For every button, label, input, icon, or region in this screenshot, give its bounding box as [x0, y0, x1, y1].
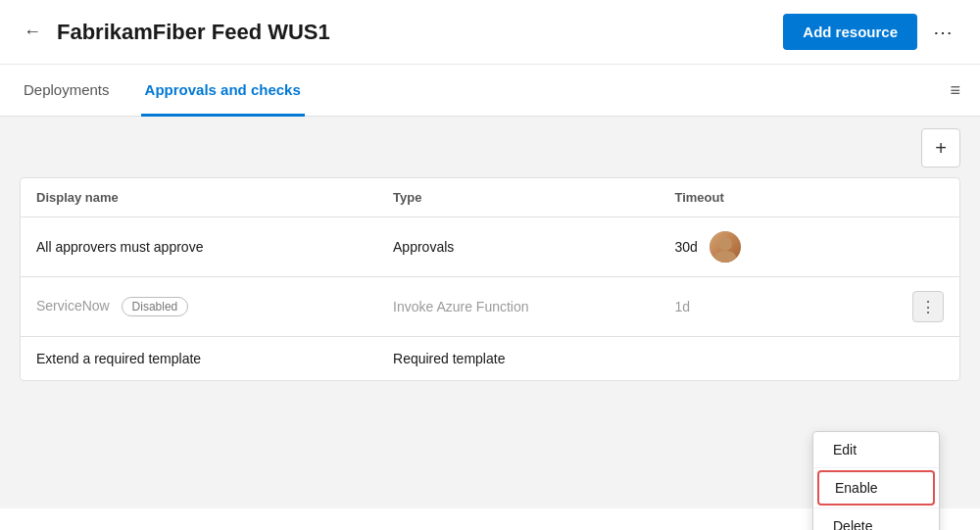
tabs-bar: Deployments Approvals and checks ≡: [0, 65, 980, 117]
disabled-badge: Disabled: [122, 297, 189, 316]
add-check-button[interactable]: +: [921, 128, 960, 168]
table-body: All approvers must approve Approvals 30d: [21, 217, 959, 381]
tab-approvals-and-checks[interactable]: Approvals and checks: [141, 66, 305, 117]
cell-type: Approvals: [377, 217, 659, 277]
filter-icon[interactable]: ≡: [950, 80, 960, 101]
tab-deployments[interactable]: Deployments: [20, 66, 114, 117]
menu-item-enable[interactable]: Enable: [817, 470, 935, 506]
more-options-button[interactable]: ⋯: [925, 17, 960, 48]
table-header: Display name Type Timeout: [21, 178, 959, 217]
cell-type: Invoke Azure Function: [377, 277, 659, 337]
table-row: ServiceNow Disabled Invoke Azure Functio…: [21, 277, 959, 337]
cell-timeout: 30d: [659, 217, 865, 277]
cell-action: [865, 217, 959, 277]
col-header-action: [865, 178, 959, 217]
checks-table: Display name Type Timeout All approvers …: [21, 178, 959, 380]
content-area: + Display name Type Timeout All approver…: [0, 117, 980, 508]
context-menu: Edit Enable Delete: [812, 431, 940, 530]
col-header-timeout: Timeout: [659, 178, 865, 217]
avatar: [710, 231, 741, 263]
cell-timeout: 1d: [659, 277, 865, 337]
cell-display-name: Extend a required template: [21, 337, 377, 381]
row-more-button[interactable]: ⋮: [912, 291, 944, 322]
col-header-type: Type: [377, 178, 659, 217]
table-row: All approvers must approve Approvals 30d: [21, 217, 959, 277]
table-row: Extend a required template Required temp…: [21, 337, 959, 381]
menu-item-delete[interactable]: Delete: [813, 507, 939, 530]
menu-item-edit[interactable]: Edit: [813, 432, 939, 468]
checks-table-container: Display name Type Timeout All approvers …: [20, 177, 960, 381]
page-header: ← FabrikamFiber Feed WUS1 Add resource ⋯: [0, 0, 980, 65]
header-left: ← FabrikamFiber Feed WUS1: [20, 18, 330, 46]
row-actions: ⋮: [881, 291, 944, 322]
tabs-left: Deployments Approvals and checks: [20, 65, 332, 116]
cell-action: [865, 337, 959, 381]
add-resource-button[interactable]: Add resource: [783, 14, 917, 50]
header-right: Add resource ⋯: [783, 14, 960, 50]
cell-timeout: [659, 337, 865, 381]
cell-display-name: ServiceNow Disabled: [21, 277, 377, 337]
cell-type: Required template: [377, 337, 659, 381]
add-row: +: [20, 128, 960, 168]
back-button[interactable]: ←: [20, 18, 45, 46]
page-title: FabrikamFiber Feed WUS1: [57, 20, 330, 45]
cell-action: ⋮: [865, 277, 959, 337]
cell-display-name: All approvers must approve: [21, 217, 377, 277]
col-header-display-name: Display name: [21, 178, 377, 217]
